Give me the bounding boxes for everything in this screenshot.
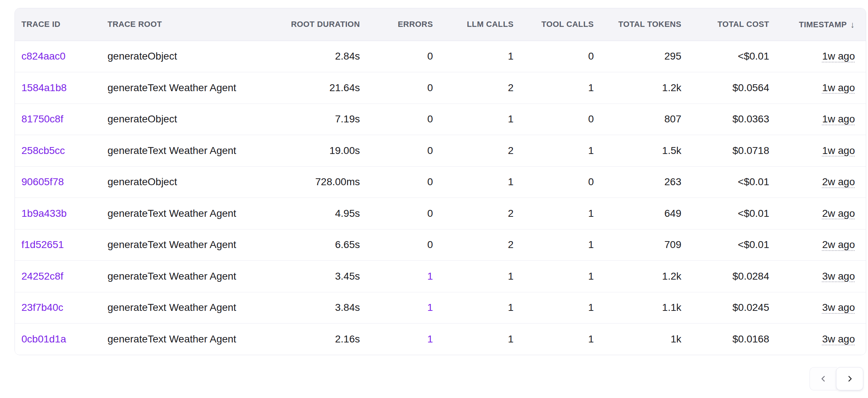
errors-cell: 1 [372,324,445,355]
root-duration-cell: 21.64s [255,72,372,104]
timestamp-text[interactable]: 3w ago [822,302,855,313]
table-row[interactable]: 23f7b40c generateText Weather Agent 3.84… [15,292,866,324]
trace-root-cell: generateObject [101,103,255,135]
tool-calls-cell: 0 [525,41,605,72]
traces-table: TRACE ID TRACE ROOT ROOT DURATION ERRORS… [15,8,866,355]
llm-calls-cell: 1 [445,324,525,355]
table-row[interactable]: 90605f78 generateObject 728.00ms 0 1 0 2… [15,166,866,198]
trace-root-cell: generateObject [101,166,255,198]
tool-calls-cell: 0 [525,166,605,198]
errors-cell: 0 [372,72,445,104]
total-tokens-cell: 1.2k [605,261,693,292]
total-tokens-cell: 263 [605,166,693,198]
tool-calls-cell: 1 [525,198,605,230]
trace-id-link[interactable]: 81750c8f [15,103,101,135]
llm-calls-cell: 2 [445,135,525,167]
table-row[interactable]: 24252c8f generateText Weather Agent 3.45… [15,261,866,292]
root-duration-cell: 3.45s [255,261,372,292]
total-cost-cell: $0.0168 [693,324,781,355]
timestamp-text[interactable]: 2w ago [822,239,855,250]
column-header-root-duration: ROOT DURATION [255,8,372,41]
llm-calls-cell: 2 [445,198,525,230]
errors-cell: 0 [372,198,445,230]
total-tokens-cell: 295 [605,41,693,72]
llm-calls-cell: 1 [445,292,525,324]
column-header-trace-root: TRACE ROOT [101,8,255,41]
trace-root-cell: generateText Weather Agent [101,198,255,230]
trace-id-link[interactable]: 0cb01d1a [15,324,101,355]
table-row[interactable]: 1b9a433b generateText Weather Agent 4.95… [15,198,866,230]
total-tokens-cell: 649 [605,198,693,230]
trace-id-link[interactable]: 1584a1b8 [15,72,101,104]
column-header-total-tokens: TOTAL TOKENS [605,8,693,41]
timestamp-text[interactable]: 2w ago [822,208,855,219]
tool-calls-cell: 1 [525,324,605,355]
table-row[interactable]: 0cb01d1a generateText Weather Agent 2.16… [15,324,866,355]
timestamp-cell: 1w ago [781,72,866,104]
timestamp-cell: 2w ago [781,198,866,230]
total-cost-cell: $0.0564 [693,72,781,104]
column-header-llm-calls: LLM CALLS [445,8,525,41]
trace-id-link[interactable]: c824aac0 [15,41,101,72]
errors-cell: 0 [372,166,445,198]
timestamp-text[interactable]: 1w ago [822,113,855,125]
timestamp-text[interactable]: 3w ago [822,333,855,345]
table-row[interactable]: c824aac0 generateObject 2.84s 0 1 0 295 … [15,41,866,72]
total-tokens-cell: 1k [605,324,693,355]
trace-id-link[interactable]: 23f7b40c [15,292,101,324]
timestamp-cell: 2w ago [781,229,866,261]
traces-table-card: TRACE ID TRACE ROOT ROOT DURATION ERRORS… [15,8,866,355]
timestamp-text[interactable]: 2w ago [822,176,855,187]
errors-cell: 1 [372,261,445,292]
next-page-button[interactable] [836,367,863,390]
column-header-tool-calls: TOOL CALLS [525,8,605,41]
tool-calls-cell: 1 [525,261,605,292]
timestamp-cell: 3w ago [781,324,866,355]
tool-calls-cell: 0 [525,103,605,135]
llm-calls-cell: 1 [445,261,525,292]
errors-cell: 1 [372,292,445,324]
root-duration-cell: 728.00ms [255,166,372,198]
chevron-left-icon [819,374,828,383]
errors-cell: 0 [372,41,445,72]
trace-id-link[interactable]: 258cb5cc [15,135,101,167]
column-header-timestamp[interactable]: TIMESTAMP↓ [781,8,866,41]
timestamp-text[interactable]: 1w ago [822,145,855,156]
table-row[interactable]: 81750c8f generateObject 7.19s 0 1 0 807 … [15,103,866,135]
total-cost-cell: $0.0363 [693,103,781,135]
total-tokens-cell: 807 [605,103,693,135]
llm-calls-cell: 2 [445,229,525,261]
total-cost-cell: <$0.01 [693,229,781,261]
timestamp-text[interactable]: 3w ago [822,271,855,282]
errors-cell: 0 [372,103,445,135]
timestamp-text[interactable]: 1w ago [822,50,855,62]
table-row[interactable]: 258cb5cc generateText Weather Agent 19.0… [15,135,866,167]
total-cost-cell: $0.0245 [693,292,781,324]
total-cost-cell: <$0.01 [693,41,781,72]
trace-id-link[interactable]: 90605f78 [15,166,101,198]
trace-root-cell: generateText Weather Agent [101,292,255,324]
trace-id-link[interactable]: f1d52651 [15,229,101,261]
prev-page-button[interactable] [810,367,837,390]
errors-cell: 0 [372,135,445,167]
trace-id-link[interactable]: 1b9a433b [15,198,101,230]
total-tokens-cell: 709 [605,229,693,261]
timestamp-text[interactable]: 1w ago [822,82,855,93]
total-cost-cell: <$0.01 [693,166,781,198]
root-duration-cell: 6.65s [255,229,372,261]
root-duration-cell: 4.95s [255,198,372,230]
column-header-timestamp-label: TIMESTAMP [799,20,847,29]
table-row[interactable]: 1584a1b8 generateText Weather Agent 21.6… [15,72,866,104]
sort-desc-icon: ↓ [851,20,855,29]
trace-id-link[interactable]: 24252c8f [15,261,101,292]
timestamp-cell: 2w ago [781,166,866,198]
total-tokens-cell: 1.2k [605,72,693,104]
trace-root-cell: generateText Weather Agent [101,261,255,292]
timestamp-cell: 1w ago [781,103,866,135]
total-tokens-cell: 1.1k [605,292,693,324]
table-row[interactable]: f1d52651 generateText Weather Agent 6.65… [15,229,866,261]
root-duration-cell: 7.19s [255,103,372,135]
root-duration-cell: 2.16s [255,324,372,355]
table-header-row: TRACE ID TRACE ROOT ROOT DURATION ERRORS… [15,8,866,41]
root-duration-cell: 2.84s [255,41,372,72]
